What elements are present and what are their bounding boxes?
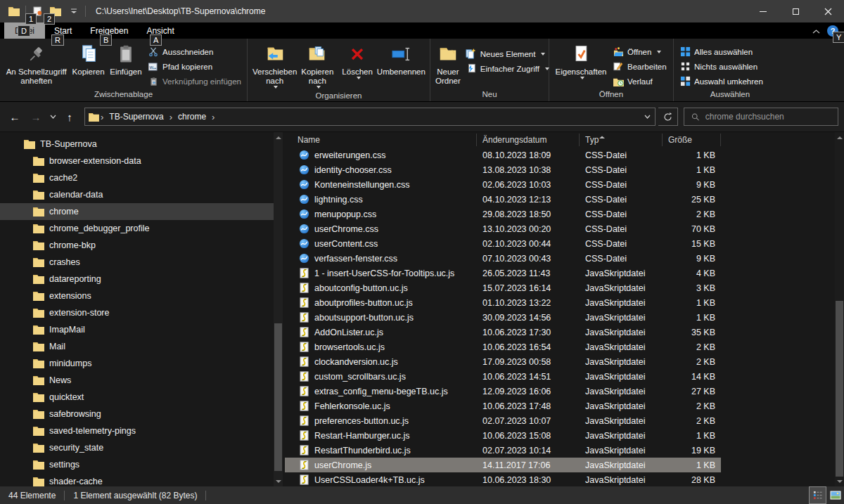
file-type: JavaSkriptdatei	[580, 328, 663, 337]
column-header-type[interactable]: Typ	[580, 134, 663, 146]
sidebar-scrollbar[interactable]	[274, 132, 283, 486]
table-row[interactable]: Konteneinstellungen.css 02.06.2023 10:03…	[285, 177, 721, 192]
copy-to-button[interactable]: Kopieren nach	[299, 41, 335, 90]
search-input[interactable]	[705, 112, 831, 122]
table-row[interactable]: UserCSSLoader4k+TB.uc.js 10.06.2023 18:3…	[285, 472, 721, 487]
tree-item[interactable]: cache2	[0, 169, 283, 186]
history-icon	[613, 76, 624, 87]
invert-selection-button[interactable]: Auswahl umkehren	[677, 74, 766, 89]
tree-item[interactable]: News	[0, 372, 283, 389]
table-row[interactable]: preferences-button.uc.js 02.07.2023 10:0…	[285, 413, 721, 428]
breadcrumb-item[interactable]: TB-Supernova	[105, 112, 167, 122]
cut-button[interactable]: Ausschneiden	[145, 44, 244, 59]
file-type: JavaSkriptdatei	[580, 357, 663, 367]
select-none-button[interactable]: Nichts auswählen	[677, 59, 766, 74]
up-button[interactable]: ↑	[60, 108, 79, 126]
table-row[interactable]: extras_config_menu-begeTB.uc.js 12.09.20…	[285, 384, 721, 399]
tree-item[interactable]: extensions	[0, 287, 283, 304]
copy-button[interactable]: Kopieren	[70, 41, 106, 78]
table-row[interactable]: aboutprofiles-button.uc.js 01.10.2023 13…	[285, 295, 721, 310]
select-all-button[interactable]: Alles auswählen	[677, 44, 766, 59]
column-header-size[interactable]: Größe	[663, 134, 721, 146]
tree-item[interactable]: crashes	[0, 254, 283, 271]
breadcrumb[interactable]: › TB-Supernova › chrome ›	[84, 108, 656, 126]
file-name: custom_scrollbars.uc.js	[314, 372, 406, 382]
table-row[interactable]: browsertools.uc.js 10.06.2023 16:54 Java…	[285, 340, 721, 354]
filelist-scrollbar[interactable]	[835, 132, 844, 486]
scroll-down-icon[interactable]	[835, 477, 844, 486]
table-row[interactable]: Fehlerkonsole.uc.js 10.06.2023 17:48 Jav…	[285, 399, 721, 413]
edit-button[interactable]: Bearbeiten	[610, 59, 670, 74]
tree-item[interactable]: Mail	[0, 338, 283, 355]
pin-to-quick-access-button[interactable]: An Schnellzugriff anheften	[3, 41, 70, 87]
table-row[interactable]: erweiterungen.css 08.10.2023 18:09 CSS-D…	[285, 148, 721, 162]
recent-locations-chevron-icon[interactable]	[48, 108, 58, 126]
minimize-button[interactable]	[747, 0, 779, 22]
address-history-chevron-icon[interactable]	[642, 108, 652, 126]
paste-shortcut-button[interactable]: Verknüpfung einfügen	[145, 74, 244, 89]
copy-path-button[interactable]: w Pfad kopieren	[145, 59, 244, 74]
new-folder-button[interactable]: Neuer Ordner	[433, 41, 463, 87]
qat-customize-chevron-icon[interactable]	[67, 4, 81, 18]
tree-item[interactable]: security_state	[0, 439, 283, 456]
scroll-down-icon[interactable]	[274, 477, 283, 486]
table-row[interactable]: Restart-Hamburger.uc.js 10.06.2023 15:08…	[285, 428, 721, 443]
table-row[interactable]: identity-chooser.css 13.08.2023 10:38 CS…	[285, 162, 721, 177]
file-size: 2 KB	[663, 342, 721, 352]
move-to-button[interactable]: Verschieben nach	[250, 41, 299, 90]
properties-button[interactable]: Eigenschaften	[552, 41, 610, 84]
forward-button[interactable]: →	[27, 108, 45, 126]
scrollbar-thumb[interactable]	[836, 301, 843, 477]
tree-item[interactable]: chrome	[0, 203, 283, 220]
easy-access-button[interactable]: Einfacher Zugriff	[463, 61, 552, 76]
table-row[interactable]: 1 - insert-UserCSS-for-Tooltips.uc.js 26…	[285, 266, 721, 280]
table-row[interactable]: RestartThunderbird.uc.js 02.07.2023 10:1…	[285, 443, 721, 458]
table-row[interactable]: userContent.css 02.10.2023 00:44 CSS-Dat…	[285, 236, 721, 251]
table-row[interactable]: verfassen-fenster.css 07.10.2023 00:43 C…	[285, 251, 721, 266]
rename-button[interactable]: Umbenennen	[375, 41, 428, 78]
tree-item[interactable]: safebrowsing	[0, 406, 283, 422]
file-date: 14.11.2017 17:06	[477, 460, 580, 470]
tree-item[interactable]: extension-store	[0, 304, 283, 321]
table-row[interactable]: AddOnLister.uc.js 10.06.2023 17:30 JavaS…	[285, 325, 721, 340]
back-button[interactable]: ←	[6, 108, 24, 126]
tree-item[interactable]: browser-extension-data	[0, 153, 283, 169]
new-item-button[interactable]: Neues Element	[463, 46, 552, 61]
tree-item[interactable]: chrome-bkp	[0, 237, 283, 254]
table-row[interactable]: clockandversion.uc.js 17.09.2023 00:58 J…	[285, 354, 721, 369]
tree-item[interactable]: shader-cache	[0, 473, 283, 490]
paste-button[interactable]: Einfügen	[107, 41, 145, 78]
thumbnail-view-button[interactable]	[826, 486, 844, 504]
tree-item[interactable]: settings	[0, 456, 283, 473]
open-button[interactable]: Öffnen	[610, 44, 670, 59]
table-row[interactable]: custom_scrollbars.uc.js 10.06.2023 14:51…	[285, 369, 721, 384]
column-header-name[interactable]: Name	[285, 134, 477, 146]
tree-item[interactable]: datareporting	[0, 271, 283, 287]
table-row[interactable]: menupopup.css 29.08.2023 18:50 CSS-Datei…	[285, 207, 721, 221]
search-box[interactable]	[684, 108, 838, 126]
scroll-up-icon[interactable]	[835, 132, 844, 142]
tree-item[interactable]: chrome_debugger_profile	[0, 220, 283, 237]
tree-item[interactable]: ImapMail	[0, 321, 283, 338]
column-header-date[interactable]: Änderungsdatum	[477, 134, 580, 146]
history-button[interactable]: Verlauf	[610, 74, 670, 89]
table-row[interactable]: aboutsupport-button.uc.js 30.09.2023 14:…	[285, 310, 721, 325]
delete-button[interactable]: Löschen	[340, 41, 374, 84]
tree-item[interactable]: minidumps	[0, 355, 283, 372]
table-row[interactable]: userChrome.css 13.10.2023 00:20 CSS-Date…	[285, 221, 721, 236]
tree-item[interactable]: calendar-data	[0, 186, 283, 203]
details-view-button[interactable]	[809, 486, 826, 504]
maximize-button[interactable]	[779, 0, 812, 22]
breadcrumb-item[interactable]: chrome	[174, 112, 210, 122]
scroll-up-icon[interactable]	[274, 132, 283, 142]
collapse-ribbon-icon[interactable]	[812, 26, 820, 36]
table-row[interactable]: lightning.css 04.10.2023 12:13 CSS-Datei…	[285, 192, 721, 207]
tree-item[interactable]: quicktext	[0, 389, 283, 406]
refresh-button[interactable]	[658, 108, 678, 126]
table-row[interactable]: userChrome.js 14.11.2017 17:06 JavaSkrip…	[285, 458, 721, 472]
tree-item[interactable]: saved-telemetry-pings	[0, 422, 283, 439]
scrollbar-thumb[interactable]	[274, 323, 282, 471]
tree-root[interactable]: TB-Supernova	[0, 136, 283, 153]
close-button[interactable]	[812, 0, 844, 22]
table-row[interactable]: aboutconfig-button.uc.js 15.07.2023 16:1…	[285, 280, 721, 295]
